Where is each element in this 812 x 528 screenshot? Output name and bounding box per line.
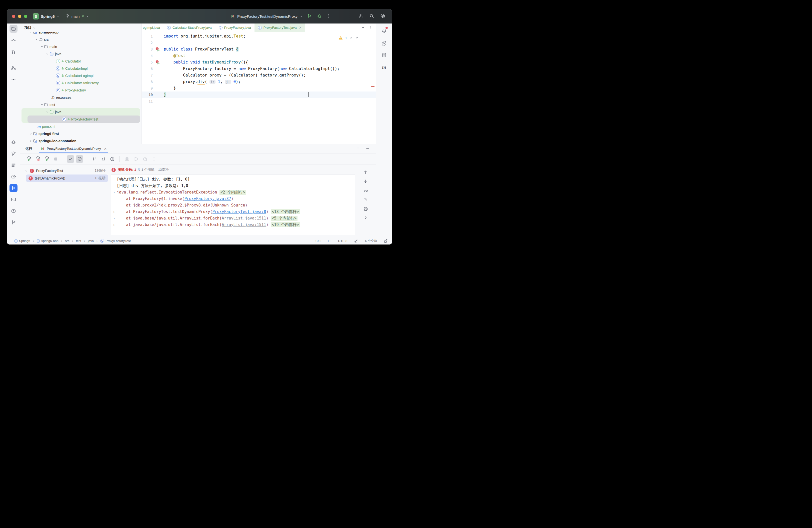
problems-tool-button[interactable] <box>10 207 17 215</box>
chevron-expanded-icon[interactable] <box>40 45 44 48</box>
run-button[interactable] <box>307 14 312 19</box>
chevron-collapsed-icon[interactable] <box>29 132 33 135</box>
indent-setting[interactable]: 4 个空格 <box>365 239 377 243</box>
zoom-window-button[interactable] <box>24 15 27 18</box>
export-test-results-icon[interactable] <box>132 155 140 163</box>
fold-toggle[interactable] <box>111 182 117 189</box>
token-fold[interactable]: <2 个内部行> <box>219 190 246 195</box>
close-tab-icon[interactable]: ✕ <box>104 147 107 151</box>
more-options-icon[interactable] <box>368 26 372 29</box>
services-tool-button[interactable] <box>10 173 17 180</box>
show-ignored-icon[interactable] <box>76 155 83 163</box>
build-tool-button[interactable] <box>10 149 17 158</box>
more-tool-windows-button[interactable] <box>10 75 17 84</box>
chevron-collapsed-icon[interactable] <box>29 140 33 142</box>
project-widget[interactable]: S Spring6 <box>33 13 59 19</box>
chevron-expanded-icon[interactable] <box>40 103 44 106</box>
more-actions-button[interactable] <box>327 14 331 19</box>
rerun-failed-tests-icon[interactable] <box>34 155 42 163</box>
todo-tool-button[interactable] <box>10 161 17 169</box>
scroll-down-icon[interactable] <box>363 179 368 184</box>
settings-gear-icon[interactable] <box>380 13 386 19</box>
close-tab-icon[interactable]: ✕ <box>299 26 302 29</box>
close-window-button[interactable] <box>12 15 15 18</box>
commit-tool-button[interactable] <box>10 36 17 44</box>
tab-proxyfactory[interactable]: C ProxyFactory.java <box>215 24 255 32</box>
tab-calculatorlogimpl[interactable]: ogImpl.java <box>142 24 163 32</box>
code-with-me-icon[interactable] <box>358 14 363 19</box>
tab-proxyfactorytest[interactable]: C ProxyFactoryTest.java ✕ <box>255 24 305 32</box>
token-errlink[interactable]: InvocationTargetException <box>159 190 217 194</box>
inspection-widget[interactable]: 1 <box>338 36 359 40</box>
maven-tool-icon[interactable]: m <box>380 63 388 71</box>
print-icon[interactable] <box>363 206 368 211</box>
ai-assistant-icon[interactable] <box>380 39 388 47</box>
tree-item-class[interactable]: C CalculatorStaticProxy <box>21 79 140 87</box>
expand-icon[interactable] <box>364 216 367 220</box>
chevron-expanded-icon[interactable] <box>29 32 33 33</box>
soft-wrap-icon[interactable] <box>363 188 368 193</box>
project-panel-header[interactable]: 项目 <box>20 24 142 32</box>
chevron-expanded-icon[interactable] <box>34 38 39 41</box>
chevron-down-icon[interactable] <box>361 26 364 29</box>
breadcrumb-src[interactable]: src <box>65 239 69 243</box>
tree-item-module[interactable]: spring6-first <box>21 130 140 137</box>
code-editor[interactable]: 1import org.junit.jupiter.api.Test; 2 3p… <box>142 32 376 144</box>
line-ending[interactable]: LF <box>328 239 332 243</box>
pull-requests-tool-button[interactable] <box>10 48 17 56</box>
tree-item-folder[interactable]: main <box>21 43 140 50</box>
structure-tool-button[interactable] <box>10 64 17 72</box>
error-stripe-mark[interactable] <box>371 86 375 87</box>
test-case-row-selected[interactable]: ! testDynamicProxy() 13毫秒 <box>26 175 108 182</box>
tree-item-resources-folder[interactable]: resources <box>21 94 140 101</box>
more-options-icon[interactable] <box>150 155 158 163</box>
chevron-expanded-icon[interactable] <box>45 53 49 55</box>
run-tool-button[interactable] <box>10 184 17 192</box>
fold-toggle[interactable]: › <box>111 215 117 221</box>
fold-toggle[interactable]: › <box>111 189 117 195</box>
vcs-branch-widget[interactable]: main <box>66 14 89 18</box>
minimize-window-button[interactable] <box>18 15 21 18</box>
scroll-up-icon[interactable] <box>363 170 368 175</box>
debug-button[interactable] <box>317 14 322 19</box>
tree-item-module[interactable]: spring6-ioc-annotation <box>21 137 140 144</box>
breadcrumb-test[interactable]: test <box>76 239 81 243</box>
previous-warning-icon[interactable] <box>349 36 353 40</box>
tree-item-test-source-folder[interactable]: java <box>21 108 140 116</box>
encoding[interactable]: UTF-8 <box>338 239 347 243</box>
sort-by-duration-icon[interactable] <box>90 155 98 163</box>
highlighting-level-icon[interactable] <box>354 239 358 243</box>
tree-item-class[interactable]: C CalculatorLogImpl <box>21 72 140 79</box>
caret-position[interactable]: 10:2 <box>315 239 321 243</box>
project-tool-button[interactable] <box>10 25 17 33</box>
token-link[interactable]: ProxyFactoryTest.java:8 <box>213 209 266 214</box>
navigate-with-single-click-icon[interactable] <box>100 155 107 163</box>
tree-item-source-folder[interactable]: java <box>21 50 140 58</box>
chevron-expanded-icon[interactable] <box>25 170 28 172</box>
test-suite-row[interactable]: ! ProxyFactoryTest 13毫秒 <box>23 167 108 175</box>
tree-item-folder[interactable]: test <box>21 101 140 108</box>
notifications-bell-icon[interactable] <box>380 27 388 34</box>
tab-calculatorstaticproxy[interactable]: C CalculatorStaticProxy.java <box>163 24 215 32</box>
run-test-failed-icon[interactable] <box>155 47 160 52</box>
stop-icon[interactable] <box>52 155 59 163</box>
run-test-failed-icon[interactable] <box>155 60 160 65</box>
tree-item-class-selected[interactable]: C ProxyFactoryTest <box>28 116 140 123</box>
breadcrumb-module[interactable]: spring6-aop <box>37 239 58 243</box>
fold-toggle[interactable]: › <box>111 221 117 228</box>
tree-item-interface[interactable]: I Calculator <box>21 58 140 65</box>
token-glink[interactable]: ArrayList.java:1511 <box>222 216 266 220</box>
tree-item-module[interactable]: spring6-aop <box>21 32 140 36</box>
toggle-auto-test-icon[interactable] <box>43 155 50 163</box>
scroll-to-end-icon[interactable] <box>363 197 368 202</box>
breadcrumb-class[interactable]: CProxyFactoryTest <box>100 239 130 243</box>
token-glink[interactable]: ArrayList.java:1511 <box>222 222 266 227</box>
next-warning-icon[interactable] <box>355 36 359 40</box>
fold-toggle[interactable] <box>111 202 117 208</box>
token-fold[interactable]: <19 个内部行> <box>271 222 300 227</box>
git-tool-button[interactable] <box>10 219 17 226</box>
run-configuration-widget[interactable]: ProxyFactoryTest.testDynamicProxy <box>231 14 303 18</box>
screenshot-icon[interactable] <box>123 155 131 163</box>
fold-toggle[interactable] <box>111 195 117 202</box>
more-options-icon[interactable] <box>356 147 360 150</box>
